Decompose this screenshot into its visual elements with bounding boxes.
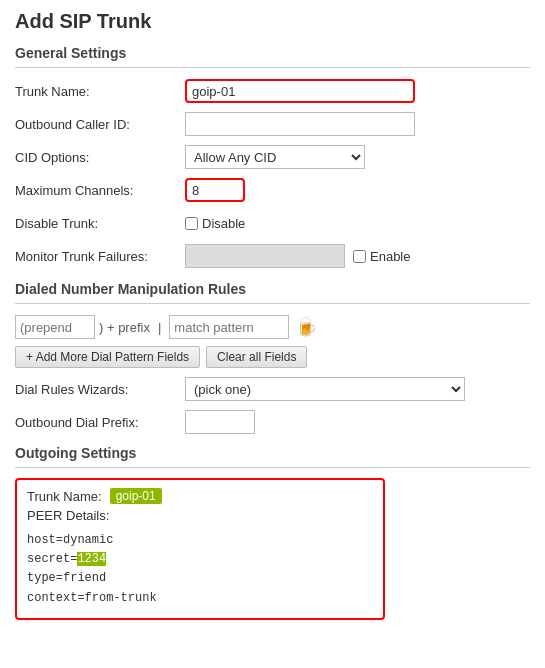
peer-line-secret: secret=1234: [27, 550, 373, 569]
monitor-trunk-row: Monitor Trunk Failures: Enable: [15, 243, 530, 269]
clear-all-button[interactable]: Clear all Fields: [206, 346, 307, 368]
disable-trunk-checkbox[interactable]: [185, 217, 198, 230]
outbound-dial-prefix-input[interactable]: [185, 410, 255, 434]
match-pattern-input[interactable]: [169, 315, 289, 339]
monitor-enable-text: Enable: [370, 249, 410, 264]
dial-manipulation-section: Dialed Number Manipulation Rules ) + pre…: [15, 281, 530, 435]
outgoing-trunk-name-label: Trunk Name:: [27, 489, 102, 504]
add-more-button[interactable]: + Add More Dial Pattern Fields: [15, 346, 200, 368]
outbound-cid-label: Outbound Caller ID:: [15, 117, 185, 132]
peer-details-label-row: PEER Details:: [27, 508, 373, 525]
dial-rules-label: Dial Rules Wizards:: [15, 382, 185, 397]
max-channels-label: Maximum Channels:: [15, 183, 185, 198]
delete-row-icon[interactable]: 🍺: [293, 314, 319, 340]
dial-rules-row: Dial Rules Wizards: (pick one) Wizard 1 …: [15, 376, 530, 402]
trunk-name-label: Trunk Name:: [15, 84, 185, 99]
outgoing-trunk-name-row: Trunk Name: goip-01: [27, 488, 373, 504]
prepend-input[interactable]: [15, 315, 95, 339]
outbound-dial-prefix-control: [185, 410, 530, 434]
page-title: Add SIP Trunk: [15, 10, 530, 33]
disable-checkbox-label[interactable]: Disable: [185, 216, 530, 231]
outgoing-box: Trunk Name: goip-01 PEER Details: host=d…: [15, 478, 385, 620]
monitor-trunk-input[interactable]: [185, 244, 345, 268]
dial-rules-control: (pick one) Wizard 1 Wizard 2: [185, 377, 530, 401]
secret-value: 1234: [77, 552, 106, 566]
outgoing-trunk-name-value: goip-01: [110, 488, 162, 504]
dial-manipulation-title: Dialed Number Manipulation Rules: [15, 281, 530, 297]
dial-manipulation-area: ) + prefix | 🍺 + Add More Dial Pattern F…: [15, 314, 530, 435]
disable-checkbox-text: Disable: [202, 216, 245, 231]
max-channels-control: [185, 178, 530, 202]
max-channels-input[interactable]: [185, 178, 245, 202]
outbound-dial-prefix-label: Outbound Dial Prefix:: [15, 415, 185, 430]
dial-manipulation-divider: [15, 303, 530, 304]
general-settings-divider: [15, 67, 530, 68]
cid-options-select[interactable]: Allow Any CID Block CID Force CID: [185, 145, 365, 169]
cid-options-row: CID Options: Allow Any CID Block CID For…: [15, 144, 530, 170]
outgoing-settings-section: Outgoing Settings Trunk Name: goip-01 PE…: [15, 445, 530, 620]
peer-details-content[interactable]: host=dynamic secret=1234 type=friend con…: [27, 529, 373, 610]
button-row: + Add More Dial Pattern Fields Clear all…: [15, 346, 530, 368]
trunk-name-row: Trunk Name:: [15, 78, 530, 104]
peer-line-host: host=dynamic: [27, 531, 373, 550]
disable-trunk-label: Disable Trunk:: [15, 216, 185, 231]
general-settings-section: General Settings Trunk Name: Outbound Ca…: [15, 45, 530, 269]
cid-options-control: Allow Any CID Block CID Force CID: [185, 145, 530, 169]
outbound-cid-row: Outbound Caller ID:: [15, 111, 530, 137]
monitor-trunk-label: Monitor Trunk Failures:: [15, 249, 185, 264]
peer-line-type: type=friend: [27, 569, 373, 588]
max-channels-row: Maximum Channels:: [15, 177, 530, 203]
dial-rules-select[interactable]: (pick one) Wizard 1 Wizard 2: [185, 377, 465, 401]
disable-trunk-row: Disable Trunk: Disable: [15, 210, 530, 236]
outbound-dial-prefix-row: Outbound Dial Prefix:: [15, 409, 530, 435]
outgoing-settings-divider: [15, 467, 530, 468]
trunk-name-input[interactable]: [185, 79, 415, 103]
trunk-name-control: [185, 79, 530, 103]
monitor-enable-label[interactable]: Enable: [353, 249, 410, 264]
dial-pattern-row: ) + prefix | 🍺: [15, 314, 530, 340]
separator: |: [158, 320, 161, 335]
peer-line-context: context=from-trunk: [27, 589, 373, 608]
prefix-text: ) + prefix: [99, 320, 150, 335]
monitor-trunk-control: Enable: [185, 244, 530, 268]
general-settings-title: General Settings: [15, 45, 530, 61]
cid-options-label: CID Options:: [15, 150, 185, 165]
monitor-enable-checkbox[interactable]: [353, 250, 366, 263]
peer-details-label: PEER Details:: [27, 508, 109, 523]
disable-trunk-control: Disable: [185, 216, 530, 231]
outgoing-settings-title: Outgoing Settings: [15, 445, 530, 461]
outbound-cid-input[interactable]: [185, 112, 415, 136]
outbound-cid-control: [185, 112, 530, 136]
